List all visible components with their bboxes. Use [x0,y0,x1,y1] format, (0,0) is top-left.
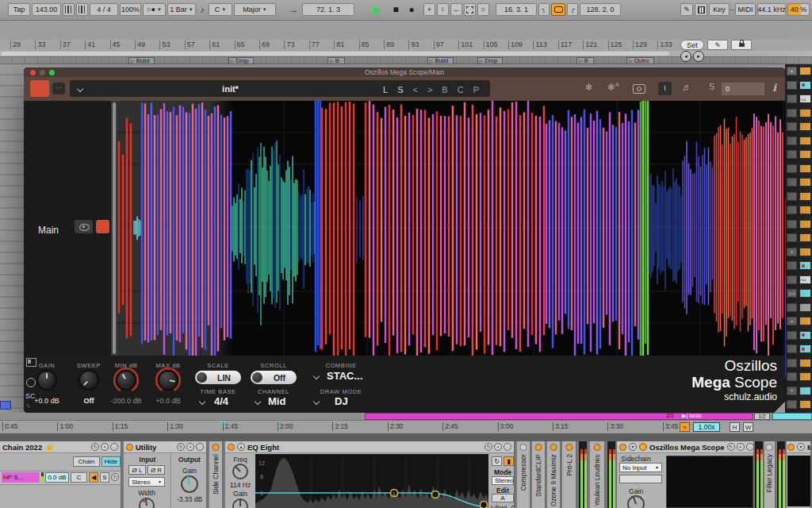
eq-loop-button[interactable]: ↻ [492,456,502,466]
next-locator-button[interactable]: ▸ [693,51,704,62]
collapsed-device-youlean-loudness-[interactable]: Youlean Loudness ... [590,441,606,508]
session-clip[interactable] [799,372,811,381]
preset-button-<[interactable]: < [412,85,417,94]
time-ruler[interactable]: ≈ 1.00x H W 0:451:001:151:301:452:002:15… [0,420,812,434]
sidechain-sub-select[interactable] [619,475,662,483]
session-track-button[interactable] [787,400,797,409]
utility-mode-select[interactable]: Stereo▼ [128,477,165,487]
header-value-field[interactable]: 0 [722,83,764,95]
max-db-knob[interactable] [158,370,178,391]
more-icon[interactable]: … [110,443,118,451]
utility-gain-knob[interactable] [181,475,198,493]
device-activator[interactable] [550,444,557,451]
sweep-knob[interactable] [79,370,99,391]
session-clip[interactable] [799,233,811,242]
midi-map-button[interactable]: MIDI [735,3,756,16]
rack-header[interactable]: Chain 2022 ☝ ↻▪… [0,441,121,453]
eq-spectrum-display[interactable]: 12 6 0 1 [255,454,488,508]
eq-mode-select[interactable]: Stereo▼ [492,476,514,485]
preset-button->[interactable]: > [427,85,432,94]
overdub-icon[interactable]: ♂ [437,3,449,16]
session-track-button[interactable] [787,233,797,242]
hotswap-icon[interactable]: ↻ [727,443,735,451]
min-db-value[interactable]: -200.0 dB [110,397,141,405]
rack-device[interactable]: Chain 2022 ☝ ↻▪… Chain Hide HP S... 0.0 … [0,441,122,508]
preset-bar[interactable]: init* LS<>BCP [70,80,490,97]
solo-button[interactable]: S [709,82,714,91]
session-clip[interactable] [799,192,811,201]
eq-gain-knob[interactable] [232,498,248,508]
info-toggle-button[interactable]: I [658,82,672,95]
session-track-button[interactable]: ▼ [787,387,797,395]
session-clip[interactable] [799,67,811,75]
phase-left-button[interactable]: Ø L [128,465,146,475]
combine-value[interactable]: STAC... [327,370,362,382]
device-color-swatch[interactable] [30,80,49,97]
arrangement-position-field[interactable]: 72. 1. 3 [302,3,354,16]
utility-device[interactable]: Utility ↻▪… Input Ø L Ø R Stereo▼ Width … [124,441,208,508]
notes-icon[interactable]: ♬ [682,82,691,93]
freq-knob[interactable] [232,464,248,479]
session-clip[interactable] [799,178,811,187]
collapsed-device-pro-l-2[interactable]: Pro-L 2 [562,441,577,508]
session-track-button[interactable] [787,137,797,145]
resize-corner[interactable] [774,402,785,413]
more-options-button[interactable]: ··· [52,83,65,94]
fold-icon[interactable]: ▴ [237,443,245,451]
session-track-button[interactable] [787,94,797,103]
more-icon[interactable]: … [196,443,204,451]
gain-knob[interactable] [36,370,57,391]
session-track-button[interactable] [787,275,797,284]
locator-flag[interactable]: ▷Build [427,57,454,64]
device-activator[interactable] [619,444,626,451]
preset-name[interactable]: init* [82,84,378,94]
metronome-sub-icon[interactable] [76,3,88,16]
tap-tempo-button[interactable]: Tap [8,3,30,16]
window-mode-icon[interactable] [26,358,36,367]
groove-menu[interactable]: ○●▼ [143,3,166,16]
chain-name[interactable]: HP S... [2,472,40,483]
device-activator[interactable] [787,444,795,451]
back-to-arrangement-button[interactable]: ← [450,3,462,16]
session-track-button[interactable] [787,331,797,340]
set-locator-button[interactable]: Set [680,40,704,50]
eye-icon[interactable] [75,220,93,233]
session-track-button[interactable] [787,261,797,270]
session-clip[interactable] [799,400,811,409]
session-track-button[interactable] [787,150,797,159]
hotswap-icon[interactable]: ↻ [91,443,99,451]
save-icon[interactable]: ▪ [186,443,194,451]
session-clip[interactable] [799,317,811,325]
time-signature-field[interactable]: 4 / 4 [90,3,118,16]
info-icon[interactable]: i [772,82,776,94]
phase-right-button[interactable]: Ø R [147,465,165,475]
scale-toggle[interactable]: LIN [195,371,241,384]
prev-locator-button[interactable]: ◂ [680,51,691,62]
computer-midi-keyboard-icon[interactable] [695,3,707,16]
resize-icon[interactable]: ↔ [24,399,34,410]
eq-analyzer-button[interactable]: ▮ [504,456,514,466]
session-track-button[interactable]: ▼ [787,248,797,256]
new-button[interactable]: + [423,3,435,16]
zoom-height-button[interactable]: H [730,422,740,432]
chain-volume[interactable]: 0.0 dB [45,472,69,483]
hotswap-icon[interactable]: ↻ [177,443,185,451]
channel-value[interactable]: Mid [268,395,285,407]
session-track-button[interactable]: ▼ [787,67,797,75]
stop-button[interactable]: ■ [390,2,401,17]
width-knob[interactable] [139,498,155,508]
device-activator[interactable] [126,444,133,451]
session-track-button[interactable] [787,206,797,214]
scope-scrollbar[interactable] [111,101,117,356]
session-clip[interactable] [799,109,811,117]
session-track-button[interactable] [787,220,797,229]
session-clip[interactable] [799,331,811,340]
session-clip[interactable]: –▭ [799,275,811,284]
session-track-button[interactable] [787,109,797,117]
device-activator[interactable] [535,444,542,451]
scroll-toggle[interactable]: Off [251,371,297,384]
locator-flag[interactable]: ▷Drop [477,57,504,64]
session-track-button[interactable] [787,178,797,187]
punch-out-button[interactable]: ╭ [567,3,578,16]
session-clip[interactable] [799,387,811,395]
